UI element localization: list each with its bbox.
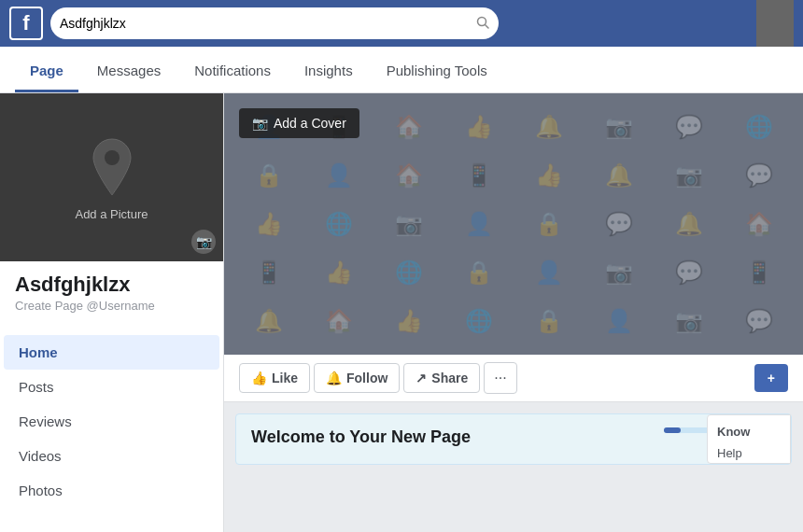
tab-messages[interactable]: Messages bbox=[82, 49, 176, 92]
add-picture-label: Add a Picture bbox=[75, 207, 148, 221]
svg-line-1 bbox=[486, 24, 489, 28]
pattern-icon: 🔒 bbox=[514, 297, 584, 345]
pattern-icon: 👤 bbox=[444, 200, 514, 248]
pattern-icon: 📷 bbox=[584, 248, 654, 297]
avatar[interactable] bbox=[756, 0, 794, 47]
pattern-icon: 📷 bbox=[584, 103, 654, 151]
page-tabs: Page Messages Notifications Insights Pub… bbox=[0, 47, 803, 93]
pattern-icon: 🌐 bbox=[724, 103, 794, 151]
pattern-icon: 🌐 bbox=[303, 200, 373, 248]
search-input[interactable] bbox=[60, 16, 471, 31]
like-icon: 👍 bbox=[251, 371, 267, 385]
more-button[interactable]: ··· bbox=[484, 362, 516, 394]
like-label: Like bbox=[272, 371, 298, 385]
sidebar-item-posts[interactable]: Posts bbox=[4, 370, 219, 404]
profile-section: Add a Picture 📷 Asdfghjklzx Create Page … bbox=[0, 93, 223, 331]
tab-insights[interactable]: Insights bbox=[289, 49, 368, 92]
pattern-icon: 🔒 bbox=[514, 200, 584, 248]
pattern-icon: 📷 bbox=[373, 200, 444, 248]
pattern-icon: 📱 bbox=[724, 248, 794, 297]
add-cover-button[interactable]: 📷 Add a Cover bbox=[239, 108, 359, 138]
tab-publishing-tools[interactable]: Publishing Tools bbox=[372, 49, 502, 92]
cover-photo: 👤 📱 🏠 👍 🔔 📷 💬 🌐 🔒 👤 🏠 📱 👍 🔔 📷 💬 👍 🌐 📷 bbox=[224, 93, 803, 355]
know-panel: Know Help bbox=[707, 414, 791, 464]
pattern-icon: 🔒 bbox=[233, 151, 303, 200]
pattern-icon: 👍 bbox=[514, 151, 584, 200]
pattern-icon: 🌐 bbox=[373, 248, 444, 297]
content-area: 👤 📱 🏠 👍 🔔 📷 💬 🌐 🔒 👤 🏠 📱 👍 🔔 📷 💬 👍 🌐 📷 bbox=[224, 93, 803, 532]
pattern-icon: 📱 bbox=[233, 248, 303, 297]
know-panel-title: Know bbox=[717, 425, 781, 439]
location-pin-icon bbox=[84, 134, 140, 200]
tab-notifications[interactable]: Notifications bbox=[179, 49, 286, 92]
pattern-icon: 🌐 bbox=[444, 297, 514, 345]
pattern-icon: 📷 bbox=[654, 151, 724, 200]
welcome-title: Welcome to Your New Page bbox=[251, 427, 653, 447]
share-icon: ↗ bbox=[416, 371, 427, 385]
top-navigation: f bbox=[0, 0, 803, 47]
facebook-logo: f bbox=[9, 7, 43, 40]
pattern-icon: 👍 bbox=[444, 103, 514, 151]
sidebar-item-videos[interactable]: Videos bbox=[4, 439, 219, 473]
share-label: Share bbox=[431, 371, 468, 385]
pattern-icon: 🏠 bbox=[724, 200, 794, 248]
sidebar-navigation: Home Posts Reviews Videos Photos bbox=[0, 335, 223, 508]
pattern-icon: 🏠 bbox=[373, 103, 444, 151]
pattern-icon: 💬 bbox=[654, 248, 724, 297]
pattern-icon: 🏠 bbox=[303, 297, 373, 345]
pattern-icon: 👍 bbox=[233, 200, 303, 248]
pattern-icon: 🔔 bbox=[584, 151, 654, 200]
pattern-icon: 👤 bbox=[514, 248, 584, 297]
pattern-icon: 📷 bbox=[654, 297, 724, 345]
progress-bar-fill bbox=[664, 427, 681, 433]
pattern-icon: 💬 bbox=[724, 297, 794, 345]
pattern-icon: 💬 bbox=[584, 200, 654, 248]
page-username[interactable]: Create Page @Username bbox=[0, 299, 223, 322]
like-button[interactable]: 👍 Like bbox=[239, 363, 310, 393]
search-icon[interactable] bbox=[476, 16, 489, 32]
pattern-icon: 🔔 bbox=[654, 200, 724, 248]
profile-picture[interactable]: Add a Picture 📷 bbox=[0, 93, 223, 261]
page-name: Asdfghjklzx bbox=[0, 261, 223, 299]
pattern-icon: 📱 bbox=[444, 151, 514, 200]
main-layout: Add a Picture 📷 Asdfghjklzx Create Page … bbox=[0, 93, 803, 532]
sidebar-item-photos[interactable]: Photos bbox=[4, 473, 219, 508]
search-bar bbox=[50, 7, 499, 39]
camera-icon: 📷 bbox=[191, 230, 216, 254]
pattern-icon: 💬 bbox=[654, 103, 724, 151]
add-cover-label: Add a Cover bbox=[274, 116, 346, 131]
follow-icon: 🔔 bbox=[326, 371, 342, 385]
pattern-icon: 🔒 bbox=[444, 248, 514, 297]
tab-page[interactable]: Page bbox=[15, 49, 78, 92]
pattern-icon: 🏠 bbox=[373, 151, 444, 200]
sidebar-item-home[interactable]: Home bbox=[4, 335, 219, 370]
pattern-icon: 👍 bbox=[303, 248, 373, 297]
welcome-banner: Welcome to Your New Page × Know Help bbox=[235, 413, 792, 465]
follow-label: Follow bbox=[346, 371, 387, 385]
pattern-icon: 🔔 bbox=[514, 103, 584, 151]
sidebar: Add a Picture 📷 Asdfghjklzx Create Page … bbox=[0, 93, 224, 532]
pattern-icon: 👍 bbox=[373, 297, 444, 345]
pattern-icon: 👤 bbox=[303, 151, 373, 200]
share-button[interactable]: ↗ Share bbox=[403, 363, 480, 393]
action-bar: 👍 Like 🔔 Follow ↗ Share ··· + bbox=[224, 355, 803, 402]
sidebar-item-reviews[interactable]: Reviews bbox=[4, 404, 219, 439]
boost-button[interactable]: + bbox=[754, 364, 788, 392]
pattern-icon: 🔔 bbox=[233, 297, 303, 345]
follow-button[interactable]: 🔔 Follow bbox=[314, 363, 400, 393]
camera-icon: 📷 bbox=[252, 116, 268, 131]
svg-point-2 bbox=[105, 150, 120, 165]
pattern-icon: 👤 bbox=[584, 297, 654, 345]
pattern-icon: 💬 bbox=[724, 151, 794, 200]
know-panel-subtitle: Help bbox=[717, 446, 781, 460]
